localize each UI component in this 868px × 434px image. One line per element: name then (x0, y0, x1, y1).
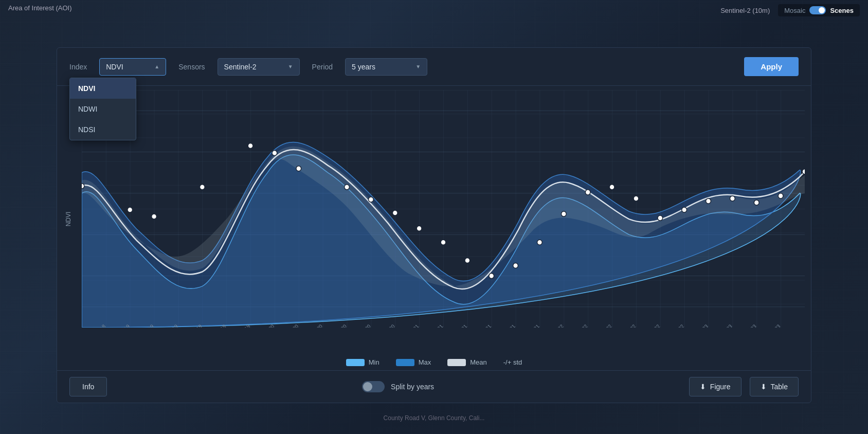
data-point (152, 214, 157, 219)
data-point (392, 210, 397, 215)
sensors-dropdown-arrow: ▼ (288, 64, 293, 69)
legend: Min Max Mean -/+ std (57, 352, 811, 370)
aoi-text: Area of Interest (AOI) (8, 4, 72, 12)
data-point (730, 196, 735, 201)
data-point (706, 198, 711, 204)
data-point (248, 143, 253, 148)
legend-max-label: Max (419, 358, 431, 366)
chart-area: NDVI 1 0 -0.2 (57, 86, 811, 352)
data-point (272, 151, 277, 156)
chart-svg: 1 0 -0.2 -0.4 -0.6 -0.8 (82, 90, 805, 328)
toolbar: Index NDVI ▲ Sensors Sentinel-2 ▼ Period… (57, 48, 811, 86)
period-label: Period (312, 63, 333, 71)
index-dropdown-menu: NDVI NDWI NDSI (69, 78, 136, 140)
data-point (609, 185, 614, 190)
sensor-info-text: Sentinel-2 (10m) (720, 7, 770, 14)
data-point (441, 240, 446, 245)
figure-download-icon: ⬇ (700, 383, 706, 391)
split-label: Split by years (391, 383, 434, 391)
info-button[interactable]: Info (69, 377, 107, 396)
period-value: 5 years (352, 63, 375, 71)
sensors-value: Sentinel-2 (224, 63, 257, 71)
data-point (537, 240, 542, 245)
data-point (128, 207, 133, 212)
legend-std-label: -/+ std (503, 358, 522, 366)
data-point (658, 215, 663, 221)
apply-button[interactable]: Apply (744, 57, 799, 76)
chart-svg-container: 1 0 -0.2 -0.4 -0.6 -0.8 (82, 90, 805, 328)
data-point (296, 166, 301, 171)
legend-mean-swatch (447, 359, 466, 366)
y-axis-label: NDVI (65, 212, 72, 227)
sensors-dropdown[interactable]: Sentinel-2 ▼ (218, 58, 300, 76)
table-download-icon: ⬇ (761, 383, 767, 391)
index-dropdown-arrow: ▲ (154, 64, 159, 69)
mode-toggle[interactable]: Mosaic Scenes (778, 4, 860, 16)
main-panel: Index NDVI ▲ Sensors Sentinel-2 ▼ Period… (57, 47, 811, 403)
footer: Info Split by years ⬇ Figure ⬇ Table (57, 370, 811, 403)
data-point (369, 197, 374, 202)
data-point (82, 184, 84, 189)
period-dropdown[interactable]: 5 years ▼ (345, 58, 427, 76)
split-toggle-area: Split by years (362, 381, 434, 392)
table-button[interactable]: ⬇ Table (750, 377, 799, 396)
aoi-label: Area of Interest (AOI) (8, 4, 72, 12)
data-point (345, 185, 350, 190)
map-credit: County Road V, Glenn County, Cali... (384, 414, 485, 422)
legend-mean-label: Mean (470, 358, 487, 366)
figure-label: Figure (710, 383, 731, 391)
data-point (634, 196, 639, 201)
data-point (417, 226, 422, 231)
mode-mosaic-label[interactable]: Mosaic (784, 7, 805, 14)
period-dropdown-arrow: ▼ (415, 64, 421, 69)
legend-max: Max (396, 358, 431, 366)
legend-max-swatch (396, 359, 414, 366)
top-bar: Sentinel-2 (10m) Mosaic Scenes (720, 4, 860, 16)
index-dropdown[interactable]: NDVI ▲ (99, 58, 166, 76)
figure-button[interactable]: ⬇ Figure (689, 377, 742, 396)
data-point (513, 263, 518, 268)
data-point (778, 193, 783, 198)
split-toggle[interactable] (362, 381, 385, 392)
data-point (802, 169, 805, 174)
legend-min: Min (346, 358, 379, 366)
index-label: Index (69, 63, 87, 71)
index-value: NDVI (106, 63, 123, 71)
legend-min-swatch (346, 359, 365, 366)
index-option-ndsi[interactable]: NDSI (70, 119, 136, 140)
data-point (682, 207, 687, 212)
index-option-ndwi[interactable]: NDWI (70, 99, 136, 119)
data-point (489, 274, 494, 279)
sensors-label: Sensors (178, 63, 205, 71)
mode-switch[interactable] (809, 6, 826, 14)
data-point (585, 190, 590, 195)
table-label: Table (771, 383, 788, 391)
data-point (561, 211, 566, 216)
legend-mean: Mean (447, 358, 487, 366)
legend-min-label: Min (369, 358, 379, 366)
index-option-ndvi[interactable]: NDVI (70, 78, 136, 99)
mode-scenes-label[interactable]: Scenes (830, 7, 854, 14)
data-point (465, 258, 470, 263)
data-point (754, 200, 759, 205)
data-point (200, 185, 205, 190)
